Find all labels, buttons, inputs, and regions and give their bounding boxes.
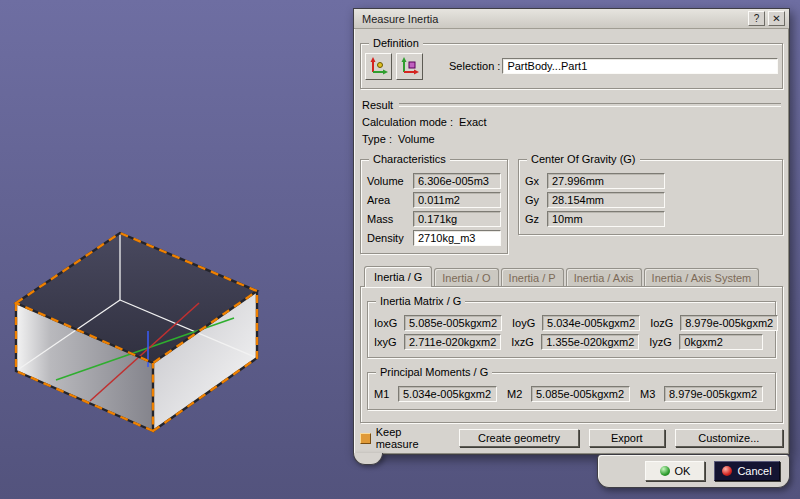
dialog-action-strip: OK Cancel: [597, 455, 790, 488]
calculation-mode-value: Exact: [459, 116, 487, 128]
m2-cell: M2 5.085e-005kgxm2: [505, 386, 638, 402]
center-of-gravity-group: Center Of Gravity (G) Gx 27.996mm Gy 28.…: [518, 159, 783, 235]
m1-label: M1: [372, 388, 398, 400]
area-label: Area: [367, 194, 413, 206]
ioyg-cell: IoyG 5.034e-005kgxm2: [510, 315, 648, 331]
ioxg-cell: IoxG 5.085e-005kgxm2: [372, 315, 510, 331]
iyzg-field: 0kgxm2: [679, 334, 763, 350]
density-row: Density 2710kg_m3: [367, 230, 501, 246]
inertia-g-panel: Inertia Matrix / G IoxG 5.085e-005kgxm2 …: [360, 286, 783, 423]
iozg-field: 8.979e-005kgxm2: [680, 315, 778, 331]
calculation-mode-label: Calculation mode :: [362, 116, 453, 128]
dialog-footer: Keep measure Create geometry Export Cust…: [360, 426, 783, 450]
gz-field: 10mm: [547, 211, 665, 227]
catia-application: { "dialog": { "title": "Measure Inertia"…: [0, 0, 800, 499]
ioxg-field: 5.085e-005kgxm2: [404, 315, 502, 331]
inertia-matrix-label: Inertia Matrix / G: [376, 294, 465, 308]
ixzg-cell: IxzG 1.355e-020kgxm2: [509, 334, 647, 350]
cancel-label: Cancel: [737, 463, 771, 479]
ioxg-label: IoxG: [372, 317, 404, 329]
m3-field: 8.979e-005kgxm2: [664, 386, 763, 402]
dialog-title: Measure Inertia: [362, 13, 745, 25]
export-button[interactable]: Export: [589, 429, 665, 447]
ixzg-label: IxzG: [509, 336, 541, 348]
definition-label: Definition: [369, 36, 423, 50]
tab-inertia-p[interactable]: Inertia / P: [501, 268, 564, 286]
inertia-axis-icon: [400, 56, 420, 76]
measure-inertia-3d-button[interactable]: [365, 53, 392, 80]
gx-label: Gx: [525, 175, 547, 187]
tab-inertia-axis[interactable]: Inertia / Axis: [566, 268, 642, 286]
m3-cell: M3 8.979e-005kgxm2: [638, 386, 771, 402]
mass-label: Mass: [367, 213, 413, 225]
type-label: Type :: [362, 133, 392, 145]
gy-field: 28.154mm: [547, 192, 665, 208]
iyzg-label: IyzG: [647, 336, 679, 348]
area-field: 0.011m2: [413, 192, 501, 208]
gy-row: Gy 28.154mm: [525, 192, 776, 208]
cancel-button[interactable]: Cancel: [714, 461, 780, 481]
m2-field: 5.085e-005kgxm2: [531, 386, 630, 402]
gx-field: 27.996mm: [547, 173, 665, 189]
gy-label: Gy: [525, 194, 547, 206]
definition-group: Definition Sele: [360, 43, 783, 89]
ok-button[interactable]: OK: [645, 461, 705, 481]
principal-moments-label: Principal Moments / G: [376, 365, 492, 379]
inertia-centroid-icon: [369, 56, 389, 76]
mass-field: 0.171kg: [413, 211, 501, 227]
iozg-cell: IozG 8.979e-005kgxm2: [648, 315, 786, 331]
inertia-matrix-group: Inertia Matrix / G IoxG 5.085e-005kgxm2 …: [367, 301, 776, 358]
result-separator: Result: [362, 99, 781, 111]
density-label: Density: [367, 232, 413, 244]
create-geometry-button[interactable]: Create geometry: [459, 429, 579, 447]
ixyg-label: IxyG: [372, 336, 404, 348]
ok-label: OK: [675, 463, 691, 479]
gx-row: Gx 27.996mm: [525, 173, 776, 189]
m2-label: M2: [505, 388, 531, 400]
tab-inertia-axis-system[interactable]: Inertia / Axis System: [644, 268, 760, 286]
principal-moments-group: Principal Moments / G M1 5.034e-005kgxm2…: [367, 372, 776, 410]
dialog-titlebar[interactable]: Measure Inertia ? ✕: [354, 9, 789, 29]
type-line: Type :Volume: [362, 133, 789, 145]
result-label: Result: [362, 99, 393, 111]
iyzg-cell: IyzG 0kgxm2: [647, 334, 771, 350]
m1-cell: M1 5.034e-005kgxm2: [372, 386, 505, 402]
ixzg-field: 1.355e-020kgxm2: [541, 334, 639, 350]
area-row: Area 0.011m2: [367, 192, 501, 208]
ixyg-cell: IxyG 2.711e-020kgxm2: [372, 334, 509, 350]
ok-icon: [660, 466, 670, 476]
keep-measure-label: Keep measure: [376, 426, 445, 450]
cancel-icon: [722, 466, 732, 476]
m3-label: M3: [638, 388, 664, 400]
tab-inertia-o[interactable]: Inertia / O: [434, 268, 498, 286]
m1-field: 5.034e-005kgxm2: [398, 386, 497, 402]
selection-label: Selection :: [449, 60, 500, 72]
volume-field: 6.306e-005m3: [413, 173, 501, 189]
iozg-label: IozG: [648, 317, 680, 329]
volume-label: Volume: [367, 175, 413, 187]
ixyg-field: 2.711e-020kgxm2: [404, 334, 501, 350]
help-button[interactable]: ?: [748, 11, 765, 26]
keep-measure-checkbox[interactable]: [360, 433, 371, 444]
center-of-gravity-label: Center Of Gravity (G): [527, 152, 640, 166]
selection-field[interactable]: PartBody...Part1: [502, 58, 778, 74]
ioyg-label: IoyG: [510, 317, 542, 329]
volume-row: Volume 6.306e-005m3: [367, 173, 501, 189]
characteristics-label: Characteristics: [369, 152, 450, 166]
mass-row: Mass 0.171kg: [367, 211, 501, 227]
characteristics-group: Characteristics Volume 6.306e-005m3 Area…: [360, 159, 508, 254]
density-field[interactable]: 2710kg_m3: [413, 230, 501, 246]
gz-label: Gz: [525, 213, 547, 225]
inertia-tabs: Inertia / G Inertia / O Inertia / P Iner…: [364, 266, 789, 286]
ioyg-field: 5.034e-005kgxm2: [542, 315, 640, 331]
calculation-mode-line: Calculation mode :Exact: [362, 116, 789, 128]
tab-inertia-g[interactable]: Inertia / G: [364, 266, 432, 287]
gz-row: Gz 10mm: [525, 211, 776, 227]
customize-button[interactable]: Customize...: [675, 429, 783, 447]
close-button[interactable]: ✕: [768, 11, 785, 26]
measure-inertia-2d-button[interactable]: [396, 53, 423, 80]
measure-inertia-dialog: Measure Inertia ? ✕ Definition: [353, 8, 790, 455]
type-value: Volume: [398, 133, 435, 145]
